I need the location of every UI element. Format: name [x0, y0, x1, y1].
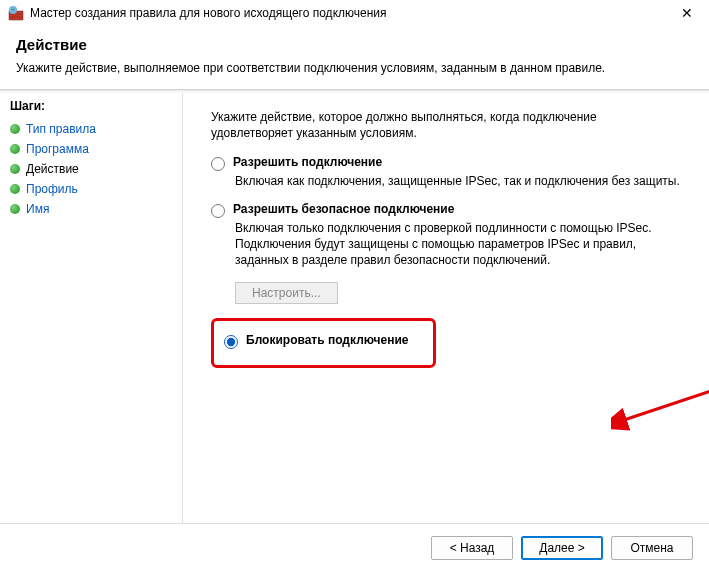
option-block-label: Блокировать подключение	[246, 333, 409, 347]
back-button[interactable]: < Назад	[431, 536, 513, 560]
radio-block[interactable]	[224, 335, 238, 349]
step-label: Программа	[26, 142, 89, 156]
bullet-icon	[10, 144, 20, 154]
step-action[interactable]: Действие	[10, 159, 180, 179]
page-subtitle: Укажите действие, выполняемое при соотве…	[16, 61, 693, 75]
step-profile[interactable]: Профиль	[10, 179, 180, 199]
cancel-button[interactable]: Отмена	[611, 536, 693, 560]
option-allow-desc: Включая как подключения, защищенные IPSe…	[235, 173, 681, 189]
option-allow-secure-label: Разрешить безопасное подключение	[233, 202, 454, 216]
step-name[interactable]: Имя	[10, 199, 180, 219]
next-button[interactable]: Далее >	[521, 536, 603, 560]
close-icon[interactable]: ✕	[673, 5, 701, 21]
steps-title: Шаги:	[10, 99, 180, 113]
bullet-icon	[10, 164, 20, 174]
intro-text: Укажите действие, которое должно выполня…	[211, 109, 681, 141]
bullet-icon	[10, 124, 20, 134]
option-block-highlight: Блокировать подключение	[211, 318, 436, 368]
titlebar: Мастер создания правила для нового исход…	[0, 0, 709, 26]
bullet-icon	[10, 204, 20, 214]
step-label: Имя	[26, 202, 49, 216]
step-program[interactable]: Программа	[10, 139, 180, 159]
annotation-arrow-icon	[611, 383, 709, 433]
step-label: Тип правила	[26, 122, 96, 136]
bullet-icon	[10, 184, 20, 194]
step-label: Профиль	[26, 182, 78, 196]
wizard-content: Укажите действие, которое должно выполня…	[183, 93, 709, 523]
option-allow-label: Разрешить подключение	[233, 155, 382, 169]
steps-sidebar: Шаги: Тип правила Программа Действие Про…	[0, 93, 180, 523]
svg-line-6	[621, 391, 709, 421]
option-allow-secure[interactable]: Разрешить безопасное подключение	[211, 202, 681, 218]
page-title: Действие	[16, 36, 693, 53]
wizard-footer: < Назад Далее > Отмена	[0, 524, 709, 569]
option-allow[interactable]: Разрешить подключение	[211, 155, 681, 171]
firewall-icon	[8, 5, 24, 21]
radio-allow[interactable]	[211, 157, 225, 171]
option-allow-secure-desc: Включая только подключения с проверкой п…	[235, 220, 681, 269]
option-block[interactable]: Блокировать подключение	[224, 333, 419, 349]
step-rule-type[interactable]: Тип правила	[10, 119, 180, 139]
window-title: Мастер создания правила для нового исход…	[30, 6, 673, 20]
wizard-header: Действие Укажите действие, выполняемое п…	[0, 26, 709, 81]
step-label: Действие	[26, 162, 79, 176]
radio-allow-secure[interactable]	[211, 204, 225, 218]
customize-button: Настроить...	[235, 282, 338, 304]
